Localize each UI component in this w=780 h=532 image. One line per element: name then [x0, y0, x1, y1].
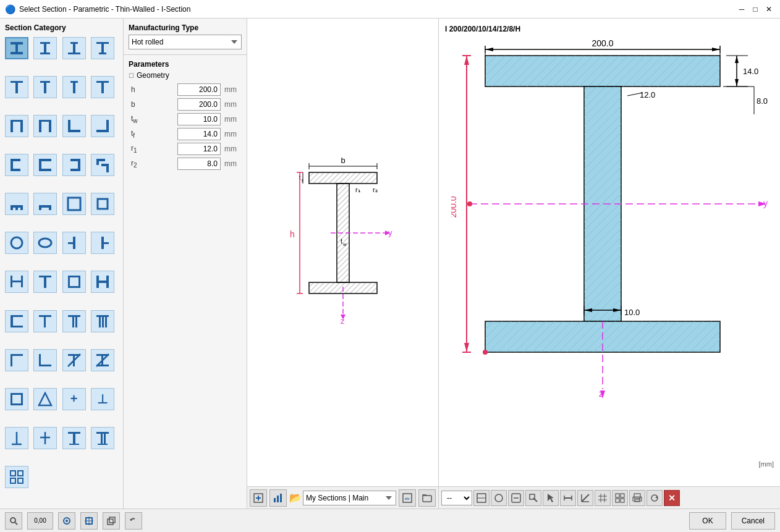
section-btn-c3[interactable]: [62, 154, 86, 176]
param-value-r1[interactable]: [147, 141, 223, 156]
edit-sections-button[interactable]: ✏: [399, 489, 416, 507]
section-btn-z1[interactable]: [91, 154, 114, 176]
param-value-b[interactable]: [147, 97, 223, 112]
section-btn-rod2[interactable]: [91, 232, 114, 254]
snap2-button[interactable]: [80, 512, 98, 530]
section-btn-i4[interactable]: [91, 37, 114, 59]
param-input-h[interactable]: [177, 83, 221, 96]
section-btn-grid[interactable]: [5, 466, 28, 488]
section-btn-box2[interactable]: [91, 193, 114, 215]
sections-dropdown[interactable]: My Sections | Main: [303, 491, 396, 505]
svg-rect-64: [44, 276, 46, 288]
section-btn-double3[interactable]: [62, 271, 86, 293]
add-section-button[interactable]: [250, 489, 267, 507]
cursor-btn[interactable]: [543, 490, 559, 506]
param-input-tw[interactable]: [177, 113, 221, 125]
section-btn-l1[interactable]: [62, 115, 86, 137]
param-value-r2[interactable]: [147, 156, 223, 171]
section-btn-r1[interactable]: [5, 310, 28, 332]
section-btn-t1[interactable]: [5, 76, 28, 98]
section-btn-double4[interactable]: [91, 271, 114, 293]
param-value-tw[interactable]: [147, 112, 223, 127]
svg-point-54: [39, 239, 51, 247]
dim-toggle-btn[interactable]: [577, 490, 593, 506]
param-input-b[interactable]: [177, 98, 221, 111]
section-btn-r4[interactable]: [91, 310, 114, 332]
search-button[interactable]: [5, 512, 22, 530]
param-value-h[interactable]: [147, 82, 223, 97]
view-dropdown[interactable]: --: [441, 491, 472, 505]
folder-button[interactable]: [418, 489, 436, 507]
section-btn-l2[interactable]: [91, 115, 114, 137]
close-diagram-btn[interactable]: ✕: [664, 490, 680, 506]
svg-rect-35: [39, 169, 51, 171]
param-value-tf[interactable]: [147, 127, 223, 141]
section-btn-i3[interactable]: [62, 37, 86, 59]
svg-rect-115: [11, 471, 15, 476]
grid-btn[interactable]: [595, 490, 611, 506]
view-btn-2[interactable]: [491, 490, 507, 506]
section-btn-t4[interactable]: [91, 76, 114, 98]
small-diagram-svg: b t f r₁ r₂: [275, 148, 411, 358]
view-btn-1[interactable]: [473, 490, 490, 506]
section-btn-circ2[interactable]: [33, 232, 57, 254]
cancel-button[interactable]: Cancel: [731, 512, 775, 530]
ok-button[interactable]: OK: [689, 512, 726, 530]
svg-rect-112: [101, 434, 103, 444]
section-btn-i1[interactable]: [5, 37, 28, 59]
section-btn-t3[interactable]: [62, 76, 86, 98]
section-btn-bot2[interactable]: [33, 193, 57, 215]
close-button[interactable]: ✕: [763, 3, 775, 15]
zoom-area-btn[interactable]: [525, 490, 541, 506]
section-btn-pi1[interactable]: [5, 115, 28, 137]
param-input-tf[interactable]: [177, 128, 221, 140]
section-btn-plus[interactable]: +: [62, 388, 86, 410]
section-type-btn[interactable]: [508, 490, 524, 506]
section-btn-tf4[interactable]: [91, 427, 114, 449]
section-btn-r2[interactable]: [33, 310, 57, 332]
undo-button[interactable]: [125, 512, 142, 530]
section-btn-c2[interactable]: [33, 154, 57, 176]
svg-text:14.0: 14.0: [743, 67, 758, 76]
section-btn-i2[interactable]: [33, 37, 57, 59]
section-btn-bot1[interactable]: [5, 193, 28, 215]
section-btn-t2[interactable]: [33, 76, 57, 98]
section-btn-s1[interactable]: [5, 349, 28, 371]
section-btn-c1[interactable]: [5, 154, 28, 176]
section-btn-double2[interactable]: [33, 271, 57, 293]
measure-btn[interactable]: [560, 490, 576, 506]
section-btn-rod1[interactable]: [62, 232, 86, 254]
section-btn-s3[interactable]: [62, 349, 86, 371]
svg-rect-7: [73, 44, 75, 53]
param-row-r1: r1 mm: [129, 141, 242, 156]
chart-button[interactable]: [269, 489, 287, 507]
snap-button[interactable]: [58, 512, 75, 530]
param-input-r1[interactable]: [177, 143, 221, 155]
section-btn-minus[interactable]: ⊥: [91, 388, 114, 410]
coordinate-button[interactable]: 0,00: [27, 512, 53, 530]
svg-rect-15: [44, 83, 46, 93]
section-btn-tf3[interactable]: [62, 427, 86, 449]
section-btn-tf1[interactable]: [5, 427, 28, 449]
geometry-collapse-btn[interactable]: ☐: [129, 72, 134, 79]
manufacturing-type-select[interactable]: Hot rolled Cold formed Welded: [129, 35, 242, 49]
svg-rect-20: [11, 120, 13, 132]
copy-button[interactable]: [103, 512, 120, 530]
svg-marker-160: [485, 48, 493, 51]
section-btn-tf2[interactable]: [33, 427, 57, 449]
section-btn-s2[interactable]: [33, 349, 57, 371]
section-btn-box1[interactable]: [62, 193, 86, 215]
grid2-btn[interactable]: [612, 490, 628, 506]
refresh-btn[interactable]: [646, 490, 663, 506]
section-btn-r3[interactable]: [62, 310, 86, 332]
print-btn[interactable]: [629, 490, 645, 506]
section-btn-circ1[interactable]: [5, 232, 28, 254]
section-btn-s4[interactable]: [91, 349, 114, 371]
section-btn-inv[interactable]: [33, 388, 57, 410]
section-btn-double1[interactable]: [5, 271, 28, 293]
maximize-button[interactable]: □: [749, 3, 761, 15]
minimize-button[interactable]: ─: [735, 3, 748, 15]
section-btn-pi2[interactable]: [33, 115, 57, 137]
param-input-r2[interactable]: [177, 158, 221, 170]
section-btn-add[interactable]: [5, 388, 28, 410]
